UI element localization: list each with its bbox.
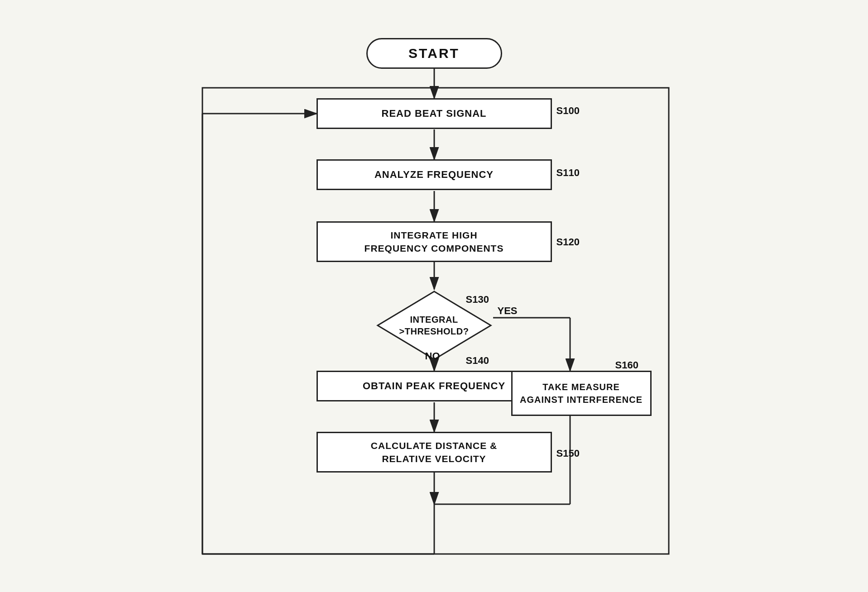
s150-label: CALCULATE DISTANCE &RELATIVE VELOCITY [371,439,497,466]
s130-label: INTEGRAL>THRESHOLD? [399,314,469,337]
no-label: NO [425,350,440,362]
flowchart-diagram: START READ BEAT SIGNAL S100 ANALYZE FREQ… [163,24,706,568]
s100-step: S100 [556,105,580,117]
s110-label: ANALYZE FREQUENCY [374,169,494,181]
s100-node: READ BEAT SIGNAL [317,98,552,129]
s160-node: TAKE MEASUREAGAINST INTERFERENCE [511,371,652,416]
s100-label: READ BEAT SIGNAL [382,108,487,119]
s140-label: OBTAIN PEAK FREQUENCY [363,380,505,392]
s120-label: INTEGRATE HIGHFREQUENCY COMPONENTS [364,229,504,255]
s150-step: S150 [556,448,580,459]
start-label: START [408,46,460,61]
yes-label: YES [498,305,518,317]
s140-step: S140 [466,355,489,367]
s110-node: ANALYZE FREQUENCY [317,159,552,190]
s130-step: S130 [466,294,489,306]
s120-step: S120 [556,236,580,248]
s160-step: S160 [615,359,638,371]
s110-step: S110 [556,167,580,179]
s120-node: INTEGRATE HIGHFREQUENCY COMPONENTS [317,221,552,262]
start-node: START [366,38,502,69]
s160-label: TAKE MEASUREAGAINST INTERFERENCE [520,381,643,406]
s150-node: CALCULATE DISTANCE &RELATIVE VELOCITY [317,432,552,473]
